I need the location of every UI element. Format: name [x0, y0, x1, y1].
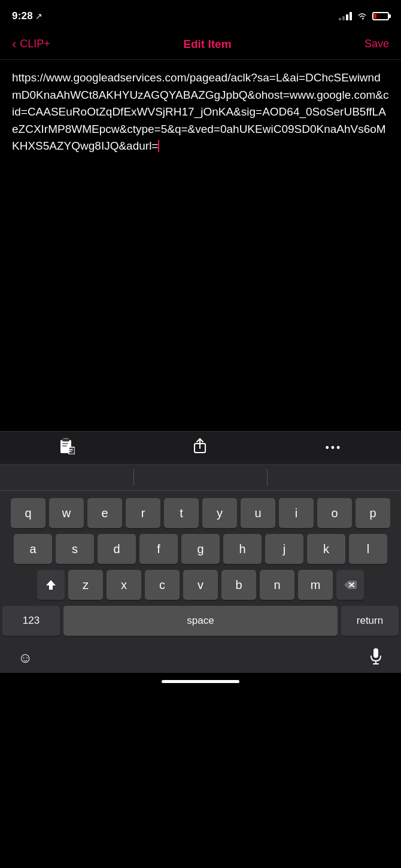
- key-row-bottom: 123 space return: [2, 606, 399, 636]
- location-icon: ↗: [35, 11, 42, 21]
- key-j[interactable]: j: [265, 534, 303, 564]
- mic-icon[interactable]: [369, 648, 383, 668]
- key-row-zxcvbnm: z x c v b n m: [2, 570, 399, 600]
- battery-icon: [372, 12, 389, 20]
- keyboard: q w e r t y u i o p a s d f g h j k l: [0, 491, 401, 673]
- key-z[interactable]: z: [68, 570, 103, 600]
- key-p[interactable]: p: [356, 498, 390, 528]
- chevron-left-icon: ‹: [12, 38, 16, 51]
- svg-rect-7: [373, 648, 378, 658]
- key-y[interactable]: y: [202, 498, 237, 528]
- home-indicator: [0, 673, 401, 690]
- save-button[interactable]: Save: [364, 38, 389, 50]
- key-e[interactable]: e: [87, 498, 122, 528]
- key-r[interactable]: r: [126, 498, 160, 528]
- svg-rect-3: [62, 443, 68, 444]
- key-t[interactable]: t: [164, 498, 199, 528]
- home-bar: [162, 680, 239, 683]
- nav-bar: ‹ CLIP+ Edit Item Save: [0, 29, 401, 60]
- delete-key[interactable]: [336, 570, 364, 600]
- predictive-item-1[interactable]: [0, 473, 133, 482]
- paste-icon[interactable]: [47, 433, 87, 463]
- key-123[interactable]: 123: [2, 606, 60, 636]
- key-g[interactable]: g: [181, 534, 220, 564]
- key-row-asdf: a s d f g h j k l: [2, 534, 399, 564]
- predictive-bar: [0, 465, 401, 491]
- key-c[interactable]: c: [145, 570, 180, 600]
- signal-icon: [339, 12, 352, 20]
- back-button[interactable]: ‹ CLIP+: [12, 38, 50, 51]
- toolbar: •••: [0, 431, 401, 465]
- edit-text[interactable]: https://www.googleadservices.com/pagead/…: [12, 69, 389, 155]
- status-bar: 9:28 ↗: [0, 0, 401, 29]
- key-s[interactable]: s: [56, 534, 94, 564]
- key-n[interactable]: n: [260, 570, 294, 600]
- text-cursor: [158, 140, 159, 152]
- key-space[interactable]: space: [63, 606, 338, 636]
- key-b[interactable]: b: [221, 570, 256, 600]
- predictive-item-2[interactable]: [134, 473, 268, 482]
- key-i[interactable]: i: [279, 498, 314, 528]
- svg-rect-2: [62, 439, 69, 441]
- key-h[interactable]: h: [223, 534, 262, 564]
- back-label: CLIP+: [20, 38, 50, 50]
- svg-rect-4: [62, 445, 67, 447]
- predictive-item-3[interactable]: [268, 473, 401, 482]
- share-icon[interactable]: [181, 433, 219, 463]
- key-w[interactable]: w: [49, 498, 84, 528]
- emoji-icon[interactable]: ☺: [18, 650, 33, 666]
- key-row-qwerty: q w e r t y u i o p: [2, 498, 399, 528]
- key-u[interactable]: u: [241, 498, 275, 528]
- key-k[interactable]: k: [307, 534, 345, 564]
- more-icon[interactable]: •••: [313, 437, 354, 459]
- key-v[interactable]: v: [183, 570, 218, 600]
- bottom-bar: ☺: [0, 642, 401, 673]
- key-m[interactable]: m: [298, 570, 333, 600]
- svg-rect-5: [69, 447, 75, 454]
- key-x[interactable]: x: [107, 570, 141, 600]
- status-time: 9:28: [12, 10, 33, 22]
- key-o[interactable]: o: [317, 498, 352, 528]
- key-l[interactable]: l: [349, 534, 387, 564]
- content-value: https://www.googleadservices.com/pagead/…: [12, 71, 389, 152]
- key-f[interactable]: f: [139, 534, 178, 564]
- wifi-icon: [357, 12, 367, 20]
- key-q[interactable]: q: [11, 498, 45, 528]
- shift-key[interactable]: [37, 570, 65, 600]
- key-a[interactable]: a: [14, 534, 52, 564]
- status-icons: [339, 12, 389, 20]
- page-title: Edit Item: [183, 38, 231, 51]
- key-return[interactable]: return: [341, 606, 399, 636]
- content-area[interactable]: https://www.googleadservices.com/pagead/…: [0, 60, 401, 431]
- key-d[interactable]: d: [98, 534, 136, 564]
